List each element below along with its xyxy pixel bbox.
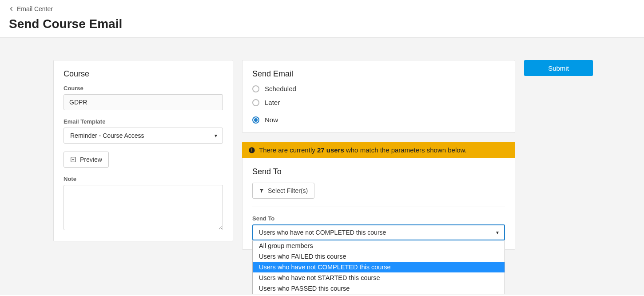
filter-icon xyxy=(259,188,264,193)
select-filters-button[interactable]: Select Filter(s) xyxy=(252,183,314,199)
send-to-option[interactable]: All group members xyxy=(253,240,505,251)
send-to-field-label: Send To xyxy=(252,215,505,222)
radio-label: Later xyxy=(265,99,280,106)
course-panel-heading: Course xyxy=(64,69,223,79)
exclamation-circle-icon xyxy=(248,147,255,154)
template-field-label: Email Template xyxy=(64,118,223,125)
preview-icon xyxy=(70,156,76,163)
send-email-panel: Send Email ScheduledLaterNow xyxy=(242,60,515,133)
send-email-option[interactable]: Now xyxy=(252,116,505,124)
preview-button[interactable]: Preview xyxy=(64,152,109,168)
course-input[interactable] xyxy=(64,94,223,110)
svg-rect-2 xyxy=(251,148,252,151)
email-template-value: Reminder - Course Access xyxy=(70,132,144,139)
select-filters-label: Select Filter(s) xyxy=(268,187,308,194)
send-to-dropdown: All group membersUsers who FAILED this c… xyxy=(252,240,505,294)
send-to-heading: Send To xyxy=(252,167,505,176)
chevron-down-icon: ▼ xyxy=(214,133,218,138)
note-textarea[interactable] xyxy=(64,185,223,230)
course-panel: Course Course Email Template Reminder - … xyxy=(53,60,233,241)
note-field-label: Note xyxy=(64,176,223,182)
send-to-option[interactable]: Users who have not COMPLETED this course xyxy=(253,262,505,272)
send-to-selected-value: Users who have not COMPLETED this course xyxy=(259,229,386,236)
breadcrumb-back[interactable]: Email Center xyxy=(9,5,53,12)
send-email-option[interactable]: Scheduled xyxy=(252,85,505,92)
radio-icon xyxy=(252,85,259,92)
send-to-option[interactable]: Users who PASSED this course xyxy=(253,283,505,294)
radio-label: Scheduled xyxy=(265,85,296,92)
radio-icon xyxy=(252,116,259,124)
chevron-down-icon: ▼ xyxy=(495,230,500,235)
send-to-option[interactable]: Users who have not STARTED this course xyxy=(253,272,505,283)
match-alert: There are currently 27 users who match t… xyxy=(242,142,515,158)
submit-button[interactable]: Submit xyxy=(524,60,593,76)
send-email-option[interactable]: Later xyxy=(252,99,505,106)
chevron-left-icon xyxy=(9,6,14,12)
page-title: Send Course Email xyxy=(9,17,635,31)
radio-icon xyxy=(252,99,259,106)
preview-button-label: Preview xyxy=(80,156,102,163)
alert-text: There are currently 27 users who match t… xyxy=(259,146,467,154)
breadcrumb-label: Email Center xyxy=(17,5,53,12)
radio-label: Now xyxy=(265,116,278,124)
send-to-option[interactable]: Users who FAILED this course xyxy=(253,251,505,262)
send-to-select[interactable]: Users who have not COMPLETED this course… xyxy=(252,224,505,240)
divider xyxy=(252,207,505,207)
svg-rect-3 xyxy=(251,151,252,152)
send-email-heading: Send Email xyxy=(252,69,505,79)
send-to-panel: Send To Select Filter(s) Send To xyxy=(242,158,515,250)
course-field-label: Course xyxy=(64,85,223,92)
email-template-select[interactable]: Reminder - Course Access ▼ xyxy=(64,128,223,144)
